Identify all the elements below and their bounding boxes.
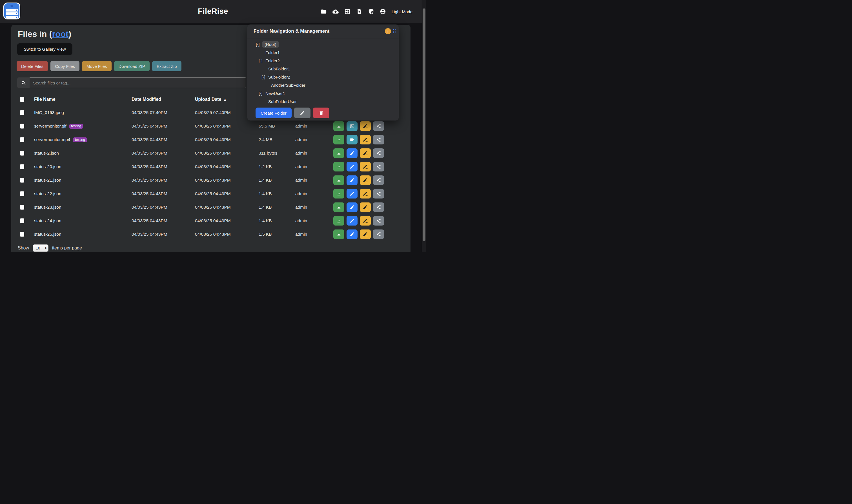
tree-item-folder1[interactable]: Folder1 bbox=[247, 49, 399, 57]
file-name[interactable]: status-2.json bbox=[34, 151, 59, 156]
download-button[interactable] bbox=[333, 121, 344, 131]
row-checkbox[interactable] bbox=[20, 124, 24, 129]
folder-label[interactable]: Folder2 bbox=[265, 57, 280, 64]
tree-item-subfolderuser[interactable]: SubFolderUser bbox=[247, 97, 399, 106]
folder-label[interactable]: (Root) bbox=[262, 41, 279, 48]
rename-button[interactable] bbox=[360, 216, 371, 226]
share-button[interactable] bbox=[373, 162, 384, 172]
tree-item-subfolder1[interactable]: SubFolder1 bbox=[247, 65, 399, 73]
edit-button[interactable] bbox=[347, 162, 358, 172]
file-name[interactable]: status-25.json bbox=[34, 232, 62, 237]
collapse-toggle[interactable]: [-] bbox=[259, 91, 265, 96]
file-name-text[interactable]: status-25.json bbox=[34, 232, 62, 237]
column-header-upload-date[interactable]: Upload Date▲ bbox=[195, 97, 227, 102]
info-icon[interactable]: i bbox=[385, 28, 391, 34]
download-button[interactable] bbox=[333, 162, 344, 172]
collapse-toggle[interactable]: [-] bbox=[259, 58, 265, 63]
share-button[interactable] bbox=[373, 202, 384, 212]
logout-icon[interactable] bbox=[344, 8, 350, 15]
folder-label[interactable]: SubFolder1 bbox=[268, 66, 291, 72]
account-circle-icon[interactable] bbox=[380, 8, 386, 15]
download-button[interactable] bbox=[333, 216, 344, 226]
cloud-upload-icon[interactable] bbox=[332, 8, 338, 15]
download-button[interactable] bbox=[333, 148, 344, 158]
extract-zip-button[interactable]: Extract Zip bbox=[152, 61, 181, 71]
folder-label[interactable]: NewUser1 bbox=[265, 90, 286, 96]
rename-button[interactable] bbox=[360, 202, 371, 212]
rename-button[interactable] bbox=[360, 189, 371, 198]
download-zip-button[interactable]: Download ZIP bbox=[114, 61, 150, 71]
file-name[interactable]: servermonitor.giftesting bbox=[34, 124, 83, 129]
tree-item-folder2[interactable]: [-]Folder2 bbox=[247, 57, 399, 65]
rename-button[interactable] bbox=[360, 135, 371, 144]
file-name[interactable]: status-22.json bbox=[34, 191, 62, 196]
create-folder-button[interactable]: Create Folder bbox=[256, 108, 292, 118]
shield-user-icon[interactable] bbox=[368, 8, 374, 15]
tree-item-root[interactable]: [-](Root) bbox=[247, 40, 399, 49]
column-header-date-modified[interactable]: Date Modified bbox=[132, 97, 161, 102]
root-folder-link[interactable]: root bbox=[52, 29, 68, 39]
drag-handle-icon[interactable] bbox=[393, 29, 396, 33]
rename-folder-button[interactable] bbox=[294, 108, 311, 118]
folder-icon[interactable] bbox=[320, 8, 327, 15]
file-name-text[interactable]: status-24.json bbox=[34, 218, 62, 223]
file-name-text[interactable]: status-23.json bbox=[34, 205, 62, 210]
file-name-text[interactable]: status-21.json bbox=[34, 178, 62, 183]
edit-button[interactable] bbox=[347, 175, 358, 185]
share-button[interactable] bbox=[373, 230, 384, 239]
row-checkbox[interactable] bbox=[20, 138, 24, 142]
delete-folder-button[interactable] bbox=[313, 108, 329, 118]
rename-button[interactable] bbox=[360, 148, 371, 158]
select-all-checkbox[interactable] bbox=[20, 97, 24, 102]
share-button[interactable] bbox=[373, 189, 384, 198]
row-checkbox[interactable] bbox=[20, 110, 24, 115]
share-button[interactable] bbox=[373, 216, 384, 226]
file-name-text[interactable]: servermonitor.gif bbox=[34, 124, 67, 129]
folder-label[interactable]: Folder1 bbox=[265, 49, 280, 56]
move-files-button[interactable]: Move Files bbox=[82, 61, 111, 71]
file-name[interactable]: status-21.json bbox=[34, 178, 62, 183]
download-button[interactable] bbox=[333, 189, 344, 198]
file-name[interactable]: status-24.json bbox=[34, 218, 62, 223]
row-checkbox[interactable] bbox=[20, 218, 24, 223]
light-mode-toggle[interactable]: Light Mode bbox=[392, 9, 413, 14]
file-name-text[interactable]: IMG_0193.jpeg bbox=[34, 110, 64, 115]
copy-files-button[interactable]: Copy Files bbox=[50, 61, 80, 71]
row-checkbox[interactable] bbox=[20, 232, 24, 237]
folder-label[interactable]: SubFolder2 bbox=[268, 74, 291, 80]
scrollbar[interactable] bbox=[422, 0, 426, 252]
folder-label[interactable]: SubFolderUser bbox=[268, 98, 297, 105]
column-header-file-name[interactable]: File Name bbox=[34, 97, 55, 102]
search-input[interactable] bbox=[30, 77, 246, 88]
tree-item-subfolder2[interactable]: [-]SubFolder2 bbox=[247, 73, 399, 81]
file-name[interactable]: status-23.json bbox=[34, 205, 62, 210]
file-name-text[interactable]: status-22.json bbox=[34, 191, 62, 196]
share-button[interactable] bbox=[373, 148, 384, 158]
tree-item-newuser1[interactable]: [-]NewUser1 bbox=[247, 89, 399, 97]
edit-button[interactable] bbox=[347, 202, 358, 212]
row-checkbox[interactable] bbox=[20, 151, 24, 156]
row-checkbox[interactable] bbox=[20, 178, 24, 183]
edit-button[interactable] bbox=[347, 216, 358, 226]
folder-label[interactable]: AnotherSubFolder bbox=[271, 82, 306, 88]
row-checkbox[interactable] bbox=[20, 205, 24, 210]
download-button[interactable] bbox=[333, 135, 344, 144]
collapse-toggle[interactable]: [-] bbox=[256, 42, 262, 47]
edit-button[interactable] bbox=[347, 230, 358, 239]
items-per-page-select[interactable]: 10 ▲▼ bbox=[33, 245, 49, 252]
share-button[interactable] bbox=[373, 135, 384, 144]
videocam-button[interactable] bbox=[347, 135, 358, 144]
rename-button[interactable] bbox=[360, 162, 371, 172]
scrollbar-thumb[interactable] bbox=[423, 8, 425, 241]
row-checkbox[interactable] bbox=[20, 164, 24, 169]
rename-button[interactable] bbox=[360, 121, 371, 131]
download-button[interactable] bbox=[333, 175, 344, 185]
collapse-toggle[interactable]: [-] bbox=[261, 75, 268, 79]
edit-button[interactable] bbox=[347, 148, 358, 158]
file-name-text[interactable]: status-2.json bbox=[34, 151, 59, 156]
image-button[interactable] bbox=[347, 121, 358, 131]
file-name[interactable]: servermonitor.mp4testing bbox=[34, 137, 87, 142]
file-name-text[interactable]: status-20.json bbox=[34, 164, 62, 169]
rename-button[interactable] bbox=[360, 175, 371, 185]
rename-button[interactable] bbox=[360, 230, 371, 239]
